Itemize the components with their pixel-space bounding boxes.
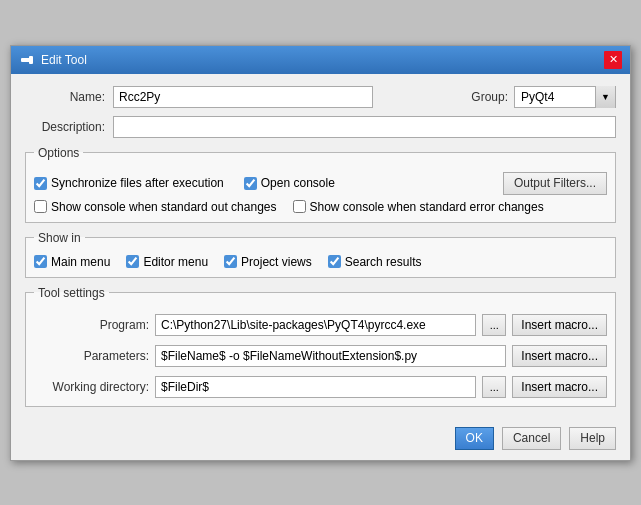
search-results-checkbox-item[interactable]: Search results <box>328 255 422 269</box>
main-menu-label: Main menu <box>51 255 110 269</box>
title-bar: Edit Tool ✕ <box>11 46 630 74</box>
description-row: Description: <box>25 116 616 138</box>
options-rows: Synchronize files after execution Open c… <box>34 166 607 214</box>
group-label: Group: <box>471 90 508 104</box>
program-insert-macro-button[interactable]: Insert macro... <box>512 314 607 336</box>
parameters-insert-macro-button[interactable]: Insert macro... <box>512 345 607 367</box>
parameters-label: Parameters: <box>34 349 149 363</box>
tool-settings-legend: Tool settings <box>34 286 109 300</box>
tool-icon <box>19 52 35 68</box>
options-row-2: Show console when standard out changes S… <box>34 200 607 214</box>
parameters-input[interactable] <box>155 345 506 367</box>
project-views-checkbox[interactable] <box>224 255 237 268</box>
group-select[interactable]: PyQt4 ▼ <box>514 86 616 108</box>
tool-settings-fieldset: Tool settings Program: ... Insert macro.… <box>25 286 616 407</box>
show-console-stdout-checkbox-item[interactable]: Show console when standard out changes <box>34 200 277 214</box>
show-console-stderr-checkbox[interactable] <box>293 200 306 213</box>
options-row-1: Synchronize files after execution Open c… <box>34 172 607 195</box>
options-legend: Options <box>34 146 83 160</box>
show-in-fieldset: Show in Main menu Editor menu Project vi… <box>25 231 616 278</box>
options-row-1-left: Synchronize files after execution Open c… <box>34 176 335 190</box>
group-dropdown-btn[interactable]: ▼ <box>595 86 615 108</box>
parameters-row: Parameters: Insert macro... <box>34 345 607 367</box>
dialog-title: Edit Tool <box>41 53 87 67</box>
open-console-checkbox-item[interactable]: Open console <box>244 176 335 190</box>
description-input[interactable] <box>113 116 616 138</box>
program-browse-button[interactable]: ... <box>482 314 506 336</box>
cancel-button[interactable]: Cancel <box>502 427 561 450</box>
working-directory-browse-button[interactable]: ... <box>482 376 506 398</box>
show-console-stderr-checkbox-item[interactable]: Show console when standard error changes <box>293 200 544 214</box>
editor-menu-label: Editor menu <box>143 255 208 269</box>
group-container: Group: PyQt4 ▼ <box>471 86 616 108</box>
name-input[interactable] <box>113 86 373 108</box>
main-menu-checkbox-item[interactable]: Main menu <box>34 255 110 269</box>
show-console-stdout-label: Show console when standard out changes <box>51 200 277 214</box>
group-select-value: PyQt4 <box>515 90 595 104</box>
search-results-label: Search results <box>345 255 422 269</box>
editor-menu-checkbox-item[interactable]: Editor menu <box>126 255 208 269</box>
edit-tool-dialog: Edit Tool ✕ Name: Group: PyQt4 ▼ Descrip… <box>10 45 631 461</box>
name-label: Name: <box>25 90 105 104</box>
show-in-legend: Show in <box>34 231 85 245</box>
show-console-stdout-checkbox[interactable] <box>34 200 47 213</box>
svg-rect-1 <box>29 56 33 64</box>
open-console-label: Open console <box>261 176 335 190</box>
description-label: Description: <box>25 120 105 134</box>
title-bar-left: Edit Tool <box>19 52 87 68</box>
program-input[interactable] <box>155 314 476 336</box>
options-fieldset: Options Synchronize files after executio… <box>25 146 616 223</box>
working-directory-label: Working directory: <box>34 380 149 394</box>
dialog-footer: OK Cancel Help <box>11 419 630 460</box>
output-filters-button[interactable]: Output Filters... <box>503 172 607 195</box>
ok-button[interactable]: OK <box>455 427 494 450</box>
dialog-body: Name: Group: PyQt4 ▼ Description: Option… <box>11 74 630 419</box>
working-directory-input[interactable] <box>155 376 476 398</box>
close-button[interactable]: ✕ <box>604 51 622 69</box>
program-row: Program: ... Insert macro... <box>34 314 607 336</box>
search-results-checkbox[interactable] <box>328 255 341 268</box>
program-label: Program: <box>34 318 149 332</box>
editor-menu-checkbox[interactable] <box>126 255 139 268</box>
project-views-label: Project views <box>241 255 312 269</box>
sync-files-checkbox[interactable] <box>34 177 47 190</box>
sync-files-checkbox-item[interactable]: Synchronize files after execution <box>34 176 224 190</box>
working-directory-row: Working directory: ... Insert macro... <box>34 376 607 398</box>
open-console-checkbox[interactable] <box>244 177 257 190</box>
working-directory-insert-macro-button[interactable]: Insert macro... <box>512 376 607 398</box>
name-group-row: Name: Group: PyQt4 ▼ <box>25 86 616 108</box>
main-menu-checkbox[interactable] <box>34 255 47 268</box>
help-button[interactable]: Help <box>569 427 616 450</box>
project-views-checkbox-item[interactable]: Project views <box>224 255 312 269</box>
show-in-row: Main menu Editor menu Project views Sear… <box>34 251 607 269</box>
show-console-stderr-label: Show console when standard error changes <box>310 200 544 214</box>
sync-files-label: Synchronize files after execution <box>51 176 224 190</box>
